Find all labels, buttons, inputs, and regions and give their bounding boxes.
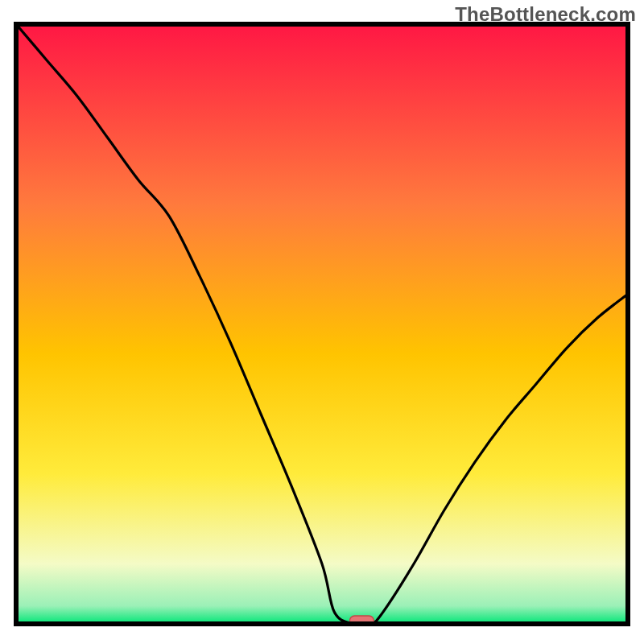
watermark-text: TheBottleneck.com <box>455 3 636 26</box>
plot-background <box>16 24 628 624</box>
chart-stage: TheBottleneck.com <box>0 0 644 644</box>
bottleneck-chart <box>0 0 644 644</box>
